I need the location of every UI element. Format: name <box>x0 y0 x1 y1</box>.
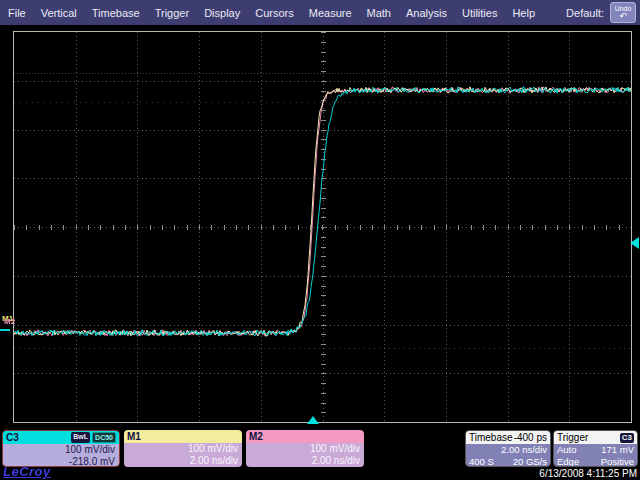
trigger-descriptor[interactable]: Trigger C3 Auto 171 mV Edge Positive <box>553 430 638 467</box>
trace-descriptor-m2[interactable]: M2 100 mV/div 2.00 ns/div <box>246 430 364 467</box>
trace-label-m2[interactable]: M2 <box>4 318 15 326</box>
waveform-display[interactable] <box>14 32 631 422</box>
timebase-offset: -400 ps <box>514 431 547 444</box>
menu-vertical[interactable]: Vertical <box>41 7 77 19</box>
menu-file[interactable]: File <box>8 7 26 19</box>
trigger-time-marker-icon[interactable] <box>307 416 319 424</box>
trigger-source-badge: C3 <box>620 433 634 443</box>
trigger-mode: Auto <box>557 444 577 456</box>
menu-analysis[interactable]: Analysis <box>406 7 447 19</box>
c3-offset-marker[interactable] <box>0 329 10 331</box>
m2-volts-per-div: 100 mV/div <box>250 443 360 455</box>
timebase-descriptor[interactable]: Timebase -400 ps 2.00 ns/div 400 S 20 GS… <box>465 430 551 467</box>
m1-volts-per-div: 100 mV/div <box>128 443 238 455</box>
timebase-rate: 20 GS/s <box>513 456 547 467</box>
default-setup-label: Default: <box>566 7 604 19</box>
menu-help[interactable]: Help <box>512 7 535 19</box>
channel-descriptor-c3[interactable]: C3 BwL DC50 100 mV/div -218.0 mV <box>2 430 120 467</box>
trigger-type: Edge <box>557 456 579 467</box>
trigger-level: 171 mV <box>601 444 634 456</box>
timebase-title: Timebase <box>469 431 513 444</box>
menu-timebase[interactable]: Timebase <box>92 7 140 19</box>
menu-trigger[interactable]: Trigger <box>155 7 189 19</box>
trace-descriptor-m1[interactable]: M1 100 mV/div 2.00 ns/div <box>124 430 242 467</box>
menu-math[interactable]: Math <box>367 7 391 19</box>
trigger-level-marker-icon[interactable] <box>630 237 639 249</box>
menu-measure[interactable]: Measure <box>309 7 352 19</box>
menu-bar: File Vertical Timebase Trigger Display C… <box>0 0 640 25</box>
undo-button[interactable]: Undo ↶ <box>610 2 636 23</box>
menu-utilities[interactable]: Utilities <box>462 7 497 19</box>
waveform-grid <box>13 31 632 423</box>
trigger-slope: Positive <box>601 456 634 467</box>
m1-time-per-div: 2.00 ns/div <box>128 455 238 467</box>
c3-volts-per-div: 100 mV/div <box>7 444 115 456</box>
menu-display[interactable]: Display <box>204 7 240 19</box>
c3-label: C3 <box>6 431 19 444</box>
bandwidth-limit-badge: BwL <box>71 432 90 443</box>
undo-arrow-icon: ↶ <box>619 12 627 21</box>
menu-cursors[interactable]: Cursors <box>255 7 294 19</box>
datetime-status: 6/13/2008 4:11:25 PM <box>539 468 637 479</box>
lecroy-logo: LeCroy <box>3 464 51 479</box>
m2-label: M2 <box>249 430 263 443</box>
timebase-samples: 400 S <box>469 456 494 467</box>
m1-label: M1 <box>127 430 141 443</box>
trigger-title: Trigger <box>557 431 588 444</box>
timebase-scale: 2.00 ns/div <box>501 444 547 456</box>
oscilloscope-screen: File Vertical Timebase Trigger Display C… <box>0 0 640 480</box>
m2-time-per-div: 2.00 ns/div <box>250 455 360 467</box>
coupling-badge: DC50 <box>92 432 116 443</box>
c3-header: C3 BwL DC50 <box>3 431 119 444</box>
